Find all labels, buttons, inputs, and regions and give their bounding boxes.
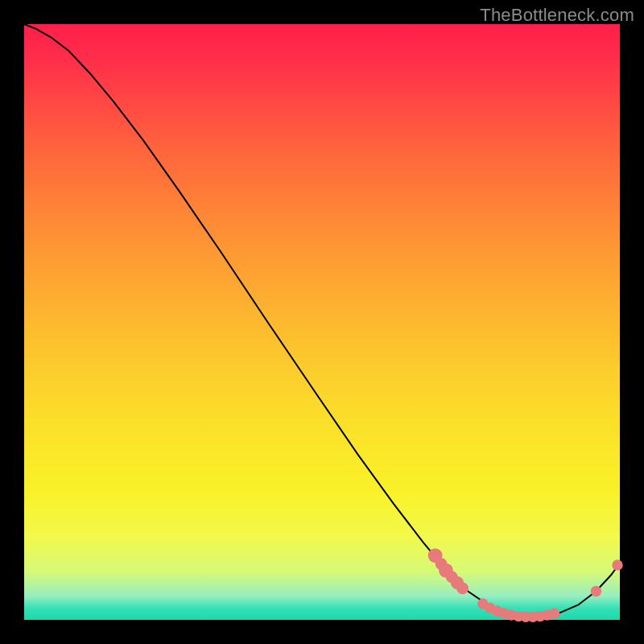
data-point: [612, 559, 622, 570]
chart-svg: [24, 24, 620, 620]
plot-gradient-area: [24, 24, 620, 620]
data-point: [549, 608, 559, 618]
tail-points: [591, 559, 623, 597]
data-point: [456, 582, 469, 594]
data-point-cluster-lower: [477, 598, 559, 622]
watermark: TheBottleneck.com: [480, 5, 634, 26]
data-point: [591, 586, 601, 597]
curve-path: [24, 24, 620, 617]
data-point-cluster-upper: [428, 548, 469, 594]
chart-frame: TheBottleneck.com: [0, 0, 644, 644]
bottleneck-curve: [24, 24, 620, 617]
